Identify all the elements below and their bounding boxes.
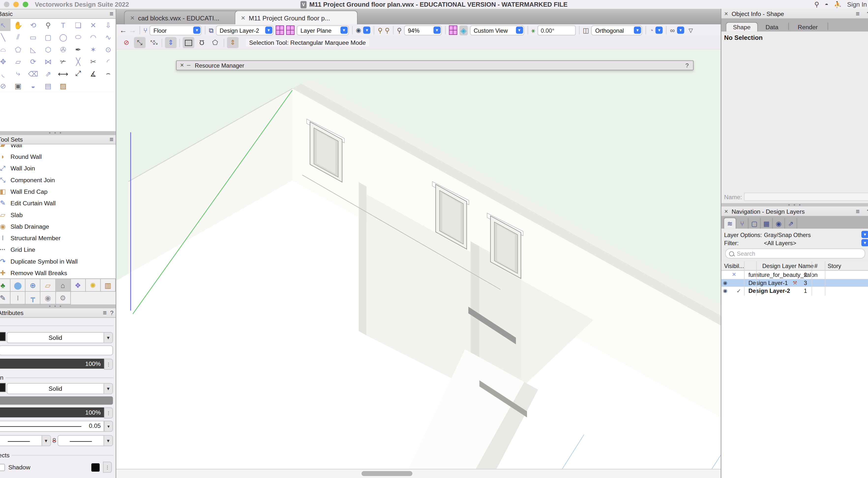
machine-design-category[interactable]: ⚙ [56,292,70,305]
horizontal-scrollbar[interactable] [116,469,721,478]
palette-drag-handle[interactable]: • • • [0,131,116,135]
move-tool[interactable]: ✥ [0,55,10,68]
fill-color-swatch[interactable] [0,332,6,341]
collapse-icon[interactable]: ─ [187,62,190,68]
wall-tool[interactable]: ▰Wall [0,145,116,151]
fit-to-objects-icon[interactable]: ⚲ [385,26,390,34]
pen-preview-bar[interactable] [0,396,113,405]
lasso-marquee-mode-icon[interactable]: Ω [196,37,208,48]
layer-table-header[interactable]: Visibil... Design Layer Name # Story [721,261,868,271]
viewports-tab-icon[interactable]: ▦ [761,218,773,229]
tool-sets-menu-icon[interactable]: ≡ [110,136,114,144]
shadow-checkbox[interactable] [0,464,5,471]
attribute-brush-tool[interactable]: ▨ [56,79,70,92]
classes-tab-icon[interactable]: ⑂ [736,218,748,229]
pen-opacity-control[interactable]: 100% ⋮ [0,408,113,418]
object-handles-mode-icon[interactable]: ⇕ [165,37,177,48]
forward-button[interactable]: → [129,26,136,34]
saved-view-dropdown[interactable]: Floor▼ [150,25,202,35]
selection-tool[interactable]: ↖ [0,19,10,31]
tab-render[interactable]: Render [791,23,824,31]
fit-to-page-icon[interactable]: ⚲ [378,26,382,34]
object-info-header[interactable]: ✕ Object Info - Shape ≡ ? [721,9,868,19]
move-by-points-tool[interactable]: ⇗ [40,68,56,80]
rectangle-tool[interactable]: ▭ [26,31,40,43]
chevron-down-icon[interactable]: ▼ [364,27,371,34]
gis-category[interactable]: ⊕ [26,279,40,292]
polygon-marquee-mode-icon[interactable]: ⬠ [209,37,221,48]
layer-search-field[interactable]: Search [725,249,865,259]
multiple-select-mode-icon[interactable]: ⤡⤡ [147,37,159,48]
horizontal-scrollbar-thumb[interactable] [362,471,412,476]
resource-manager-titlebar[interactable]: ✕ ─ Resource Manager ? [176,60,694,70]
basic-palette-header[interactable]: Basic ≡ [0,9,116,19]
slab-tool[interactable]: ▱Slab [0,209,116,220]
zoom-tool[interactable]: ⚲ [40,19,56,31]
mirror-tool[interactable]: ⋈ [40,55,56,68]
solids-modeling-category[interactable]: ❖ [70,279,86,292]
building-shell-category[interactable]: ⌂ [56,279,70,292]
edit-curtain-wall-tool[interactable]: ✎Edit Curtain Wall [0,197,116,209]
palette-drag-handle[interactable]: • • • [0,305,116,308]
wall-end-cap-tool[interactable]: ◧Wall End Cap [0,185,116,197]
pan-tool[interactable]: ✋ [10,19,26,31]
push-pull-tool[interactable]: ⇩ [100,19,116,31]
active-layer-dropdown[interactable]: Design Layer-2▼ [216,25,273,35]
filter-dropdown[interactable]: <All Layers> ▼ [764,239,868,247]
chevron-down-icon[interactable]: ▼ [104,421,113,432]
window-close-button[interactable] [4,2,9,7]
attributes-help-icon[interactable]: ? [110,309,114,316]
tab-shape[interactable]: Shape [725,22,757,31]
control-center-icon[interactable]: ◓ [825,1,829,8]
document-tab-inactive[interactable]: ✕ cad blocks.vwx - EDUCATI... [124,10,240,25]
protractor-tool[interactable]: ◒ [26,79,40,92]
angular-dimension-tool[interactable]: ∡ [86,68,100,80]
design-layers-tab-icon[interactable]: ≋ [723,218,736,229]
delete-tool[interactable]: ✕ [86,19,100,31]
open-viewport-icon[interactable] [449,26,457,35]
rectangular-marquee-mode-icon[interactable] [183,37,194,48]
close-icon[interactable]: ✕ [724,11,728,17]
arc-tool[interactable]: ◠ [86,31,100,43]
close-icon[interactable]: ✕ [130,15,135,21]
furnishing-category[interactable]: ▥ [100,279,116,292]
layer-up-icon[interactable]: ↑ [276,26,284,35]
back-button[interactable]: ← [120,26,127,34]
structural-category[interactable]: I [10,292,26,305]
fillet-tool[interactable]: ◜ [100,55,116,68]
window-zoom-button[interactable] [23,2,28,7]
object-info-menu-icon[interactable]: ≡ [856,9,860,18]
document-tab-active[interactable]: ✕ M11 Project Ground floor p... [235,10,358,25]
regular-polygon-tool[interactable]: ⬡ [40,43,56,56]
visualization-category[interactable]: ✺ [86,279,100,292]
eyedropper-tool[interactable]: ✒ [70,43,86,56]
fasteners-category[interactable]: ◉ [40,292,56,305]
layers-icon[interactable]: ⧉ [209,26,213,34]
view-mode-selected[interactable]: ◈ [459,25,467,35]
detailing-category[interactable]: ✎ [0,292,10,305]
help-icon[interactable]: ? [685,62,688,69]
current-view-dropdown[interactable]: Custom View▼ [470,25,524,35]
projection-dropdown[interactable]: Orthogonal▼ [591,25,642,35]
toolbar-more-icon[interactable]: ▽ [688,27,693,33]
fill-opacity-control[interactable]: 100% ⋮ [0,359,113,370]
layer-row[interactable]: ✕furniture_for_beauty_salon2 [721,271,868,279]
wand-tool[interactable]: ✶ [86,43,100,56]
basic-palette-menu-icon[interactable]: ≡ [110,10,114,18]
split-tool[interactable]: ✂ [86,55,100,68]
structural-member-tool[interactable]: IStructural Member [0,232,116,244]
knife-tool[interactable]: ✃ [56,55,70,68]
single-select-mode-icon[interactable]: ⤡ [134,37,146,48]
line-weight-control[interactable]: 0.05 ▼ [0,421,113,432]
grid-line-tool[interactable]: •••Grid Line [0,244,116,255]
sign-in-button[interactable]: Sign In [847,1,867,8]
layer-row[interactable]: ◉✓Design Layer-21 [721,287,868,295]
sheet-layers-tab-icon[interactable]: ▢ [748,218,761,229]
attributes-menu-icon[interactable]: ≡ [103,309,107,317]
layer-row[interactable]: ◉Design Layer-1⚒3 [721,279,868,287]
navigation-menu-icon[interactable]: ≡ [856,207,860,215]
slab-drainage-tool[interactable]: ◉Slab Drainage [0,220,116,232]
render-mode-icon[interactable]: ◔ [649,26,653,34]
close-icon[interactable]: ✕ [241,15,245,21]
select-similar-tool[interactable]: ⊙ [100,43,116,56]
